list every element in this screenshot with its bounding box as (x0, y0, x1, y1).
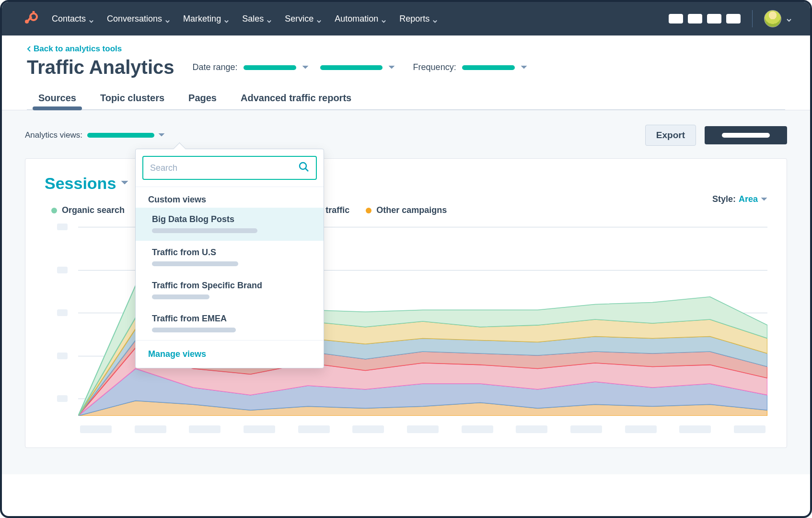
tab-topic-clusters[interactable]: Topic clusters (100, 93, 164, 108)
primary-action-button[interactable] (705, 126, 787, 144)
nav-item-conversations[interactable]: Conversations (107, 14, 170, 24)
dropdown-item-title: Big Data Blog Posts (152, 214, 310, 224)
x-tick-placeholder (734, 425, 766, 433)
x-tick-placeholder (189, 425, 220, 433)
nav-action-1[interactable] (669, 14, 683, 24)
x-tick-placeholder (352, 425, 384, 433)
date-range-value2-placeholder (320, 65, 383, 70)
chevron-down-icon (267, 16, 271, 21)
x-tick-placeholder (298, 425, 330, 433)
analytics-views-value-placeholder (87, 133, 154, 138)
x-tick-placeholder (679, 425, 711, 433)
dropdown-item-title: Traffic from EMEA (152, 314, 310, 324)
nav-item-label: Marketing (183, 14, 221, 24)
chevron-down-icon (89, 16, 93, 21)
chevron-down-icon (521, 63, 527, 72)
dropdown-item[interactable]: Traffic from U.S (136, 241, 324, 274)
manage-views-link[interactable]: Manage views (136, 340, 324, 368)
tab-pages[interactable]: Pages (188, 93, 217, 108)
dropdown-item-subtitle-placeholder (152, 261, 238, 266)
user-avatar[interactable] (764, 10, 781, 27)
search-icon (299, 162, 309, 174)
chevron-down-icon[interactable] (121, 179, 128, 188)
dropdown-item-subtitle-placeholder (152, 228, 257, 233)
content-area: Analytics views: Export Custom views Big… (2, 110, 810, 474)
nav-action-3[interactable] (707, 14, 721, 24)
y-tick-placeholder (57, 395, 68, 402)
nav-item-label: Conversations (107, 14, 162, 24)
nav-item-marketing[interactable]: Marketing (183, 14, 229, 24)
chevron-down-icon (432, 16, 437, 21)
chevron-down-icon (761, 194, 767, 204)
legend-swatch (366, 208, 371, 213)
date-range-label: Date range: (193, 62, 238, 72)
hubspot-logo[interactable] (23, 11, 38, 26)
chart-style-selector[interactable]: Style: Area (712, 194, 767, 204)
x-tick-placeholder (407, 425, 439, 433)
dropdown-item[interactable]: Traffic from EMEA (136, 307, 324, 340)
chevron-down-icon (381, 16, 386, 21)
dropdown-item-title: Traffic from Specific Brand (152, 281, 310, 291)
nav-item-label: Reports (399, 14, 429, 24)
nav-action-4[interactable] (726, 14, 741, 24)
page-header: Back to analytics tools Traffic Analytic… (2, 35, 810, 110)
nav-item-label: Automation (335, 14, 378, 24)
primary-action-label-placeholder (722, 133, 770, 138)
dropdown-item-subtitle-placeholder (152, 294, 209, 299)
legend-label: Organic search (62, 205, 125, 215)
chevron-down-icon (224, 16, 229, 21)
chevron-down-icon (388, 63, 395, 72)
y-tick-placeholder (57, 267, 68, 273)
dropdown-item[interactable]: Big Data Blog Posts (136, 208, 324, 241)
nav-item-label: Service (285, 14, 313, 24)
nav-item-reports[interactable]: Reports (399, 14, 437, 24)
y-tick-placeholder (57, 353, 68, 359)
chevron-down-icon[interactable] (786, 16, 791, 21)
chevron-down-icon (165, 16, 170, 21)
analytics-views-dropdown: Custom views Big Data Blog PostsTraffic … (135, 149, 324, 368)
chevron-down-icon (302, 63, 309, 72)
nav-item-label: Contacts (52, 14, 86, 24)
x-tick-placeholder (570, 425, 602, 433)
card-title-dropdown[interactable]: Sessions (45, 174, 116, 193)
nav-divider (752, 10, 753, 27)
legend-swatch (51, 208, 57, 213)
dropdown-section-label: Custom views (136, 187, 324, 208)
back-link-label: Back to analytics tools (34, 44, 122, 54)
legend-item[interactable]: Organic search (51, 205, 125, 215)
dropdown-item-subtitle-placeholder (152, 328, 236, 332)
nav-item-label: Sales (242, 14, 264, 24)
svg-point-4 (300, 163, 306, 169)
nav-item-contacts[interactable]: Contacts (52, 14, 93, 24)
nav-action-2[interactable] (688, 14, 702, 24)
dropdown-item[interactable]: Traffic from Specific Brand (136, 274, 324, 307)
page-title: Traffic Analytics (27, 57, 174, 78)
x-tick-placeholder (516, 425, 547, 433)
x-tick-placeholder (244, 425, 275, 433)
y-tick-placeholder (57, 224, 68, 230)
chevron-down-icon[interactable] (158, 131, 165, 140)
x-tick-placeholder (80, 425, 112, 433)
style-label: Style: (712, 194, 736, 204)
legend-label: Other campaigns (376, 205, 447, 215)
tabs: SourcesTopic clustersPagesAdvanced traff… (27, 93, 785, 108)
export-button[interactable]: Export (645, 125, 696, 146)
back-link[interactable]: Back to analytics tools (27, 44, 785, 54)
date-range-filter[interactable]: Date range: (193, 62, 395, 72)
search-input[interactable] (150, 163, 299, 173)
top-nav: ContactsConversationsMarketingSalesServi… (2, 2, 810, 35)
legend-item[interactable]: Other campaigns (366, 205, 447, 215)
frequency-filter[interactable]: Frequency: (413, 62, 527, 72)
tab-sources[interactable]: Sources (38, 93, 76, 108)
x-tick-placeholder (462, 425, 493, 433)
date-range-value-placeholder (244, 65, 296, 70)
tab-advanced-traffic-reports[interactable]: Advanced traffic reports (241, 93, 351, 108)
y-tick-placeholder (57, 309, 68, 316)
nav-item-service[interactable]: Service (285, 14, 321, 24)
dropdown-search[interactable] (142, 156, 317, 180)
x-tick-placeholder (135, 425, 166, 433)
nav-item-automation[interactable]: Automation (335, 14, 386, 24)
style-value: Area (739, 194, 758, 204)
frequency-label: Frequency: (413, 62, 456, 72)
nav-item-sales[interactable]: Sales (242, 14, 271, 24)
